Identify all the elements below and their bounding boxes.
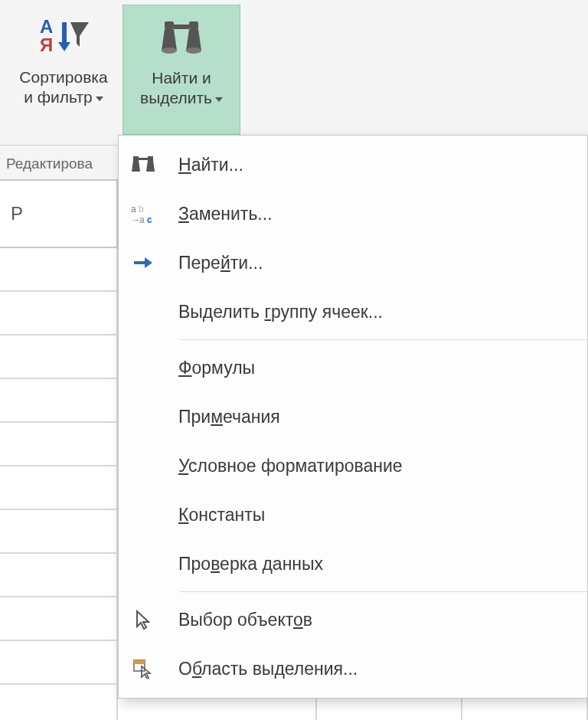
menu-item-find[interactable]: Найти... [119,140,587,189]
svg-point-6 [186,47,201,54]
svg-text:a: a [131,204,136,214]
menu-item-goto[interactable]: Перейти... [119,238,587,287]
menu-item-replace[interactable]: ab → ac Заменить... [119,189,587,238]
ribbon-group-container: А Я Сортировка и фильтр [0,0,245,145]
chevron-down-icon [96,97,103,101]
svg-rect-7 [133,156,139,160]
svg-point-5 [162,47,177,54]
ribbon-editing-group: А Я Сортировка и фильтр [0,0,588,146]
selection-pane-icon [126,659,160,679]
svg-text:Я: Я [40,34,53,54]
menu-item-goto-special[interactable]: Выделить группу ячеек... [119,287,587,336]
svg-text:b: b [139,204,144,214]
menu-item-label: Перейти... [178,253,263,273]
binoculars-icon [160,11,203,61]
menu-item-formulas[interactable]: Формулы [119,343,587,392]
menu-item-label: Заменить... [178,204,273,224]
menu-separator [180,339,587,340]
svg-rect-2 [165,21,174,29]
find-select-button[interactable]: Найти и выделить [122,5,240,135]
menu-item-label: Константы [178,505,265,525]
menu-item-label: Область выделения... [178,659,358,679]
menu-item-label: Условное форматирование [178,456,403,476]
replace-icon: ab → ac [126,204,160,224]
menu-separator [180,591,587,592]
svg-rect-4 [174,25,189,29]
svg-rect-16 [134,660,145,664]
menu-item-label: Формулы [178,358,255,378]
menu-item-label: Проверка данных [178,554,323,574]
menu-item-label: Найти... [178,155,243,175]
menu-item-comments[interactable]: Примечания [119,392,587,441]
find-select-menu: Найти... ab → ac Заменить... Перейти... … [118,135,588,699]
find-select-label: Найти и выделить [140,68,223,109]
menu-item-data-validation[interactable]: Проверка данных [119,539,587,588]
column-header-p[interactable]: P [0,181,118,247]
svg-rect-3 [189,21,198,29]
menu-item-constants[interactable]: Константы [119,490,587,539]
sort-filter-label: Сортировка и фильтр [19,67,107,108]
menu-item-label: Выбор объектов [178,610,312,630]
arrow-right-icon [126,255,160,270]
cursor-icon [126,610,160,630]
menu-item-label: Выделить группу ячеек... [178,302,383,322]
menu-item-conditional-formatting[interactable]: Условное форматирование [119,441,587,490]
svg-rect-8 [148,156,153,160]
menu-item-select-objects[interactable]: Выбор объектов [119,595,587,644]
sort-filter-button[interactable]: А Я Сортировка и фильтр [5,5,122,135]
svg-rect-9 [139,158,148,160]
menu-item-label: Примечания [178,407,280,427]
svg-text:a: a [139,214,145,224]
binoculars-icon [126,155,160,175]
svg-text:c: c [147,214,152,224]
menu-item-selection-pane[interactable]: Область выделения... [119,644,587,693]
svg-text:А: А [40,16,53,37]
sort-filter-icon: А Я [37,11,90,60]
chevron-down-icon [215,97,223,102]
